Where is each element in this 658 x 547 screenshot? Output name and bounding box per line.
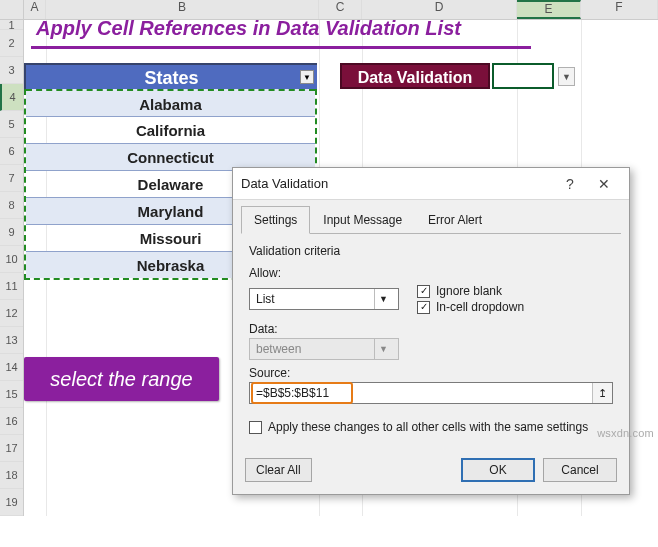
watermark: wsxdn.com	[597, 427, 654, 439]
tab-error-alert[interactable]: Error Alert	[415, 206, 495, 234]
row-header-5[interactable]: 5	[0, 111, 23, 138]
chevron-down-icon: ▼	[374, 289, 392, 309]
help-button[interactable]: ?	[553, 176, 587, 192]
list-item[interactable]: California	[26, 116, 315, 143]
allow-select[interactable]: List ▼	[249, 288, 399, 310]
apply-other-checkbox[interactable]: Apply these changes to all other cells w…	[249, 420, 613, 434]
list-item[interactable]: Alabama	[26, 89, 315, 116]
title-underline	[31, 46, 531, 49]
row-header-6[interactable]: 6	[0, 138, 23, 165]
data-select: between ▼	[249, 338, 399, 360]
select-all-corner[interactable]	[0, 0, 24, 19]
row-header-18[interactable]: 18	[0, 462, 23, 489]
row-header-15[interactable]: 15	[0, 381, 23, 408]
row-header-10[interactable]: 10	[0, 246, 23, 273]
tab-settings[interactable]: Settings	[241, 206, 310, 234]
source-label: Source:	[249, 366, 613, 380]
ok-button[interactable]: OK	[461, 458, 535, 482]
page-title: Apply Cell References in Data Validation…	[36, 17, 461, 40]
row-header-14[interactable]: 14	[0, 354, 23, 381]
row-header-4[interactable]: 4	[0, 84, 23, 111]
row-header-16[interactable]: 16	[0, 408, 23, 435]
checkbox-icon: ✓	[417, 301, 430, 314]
row-header-3[interactable]: 3	[0, 57, 23, 84]
dialog-footer: Clear All OK Cancel	[233, 452, 629, 494]
ignore-blank-checkbox[interactable]: ✓ Ignore blank	[417, 284, 524, 298]
allow-value: List	[256, 292, 275, 306]
data-label: Data:	[249, 322, 613, 336]
table-filter-icon[interactable]: ▼	[300, 70, 314, 84]
row-header-11[interactable]: 11	[0, 273, 23, 300]
close-button[interactable]: ✕	[587, 176, 621, 192]
chevron-down-icon: ▼	[374, 339, 392, 359]
row-header-9[interactable]: 9	[0, 219, 23, 246]
row-header-12[interactable]: 12	[0, 300, 23, 327]
row-headers: 1 2 3 4 5 6 7 8 9 10 11 12 13 14 15 16 1…	[0, 20, 24, 516]
dialog-title: Data Validation	[241, 176, 553, 191]
checkbox-icon: ✓	[417, 285, 430, 298]
data-validation-dialog: Data Validation ? ✕ Settings Input Messa…	[232, 167, 630, 495]
in-cell-dropdown-label: In-cell dropdown	[436, 300, 524, 314]
checkbox-icon	[249, 421, 262, 434]
states-header[interactable]: States	[24, 63, 317, 89]
in-cell-dropdown-checkbox[interactable]: ✓ In-cell dropdown	[417, 300, 524, 314]
allow-label: Allow:	[249, 266, 613, 280]
tab-input-message[interactable]: Input Message	[310, 206, 415, 234]
cancel-button[interactable]: Cancel	[543, 458, 617, 482]
range-picker-icon[interactable]: ↥	[592, 383, 612, 403]
row-header-8[interactable]: 8	[0, 192, 23, 219]
col-header-F[interactable]: F	[581, 0, 658, 19]
row-header-7[interactable]: 7	[0, 165, 23, 192]
clear-all-button[interactable]: Clear All	[245, 458, 312, 482]
list-item[interactable]: Connecticut	[26, 143, 315, 170]
data-validation-label: Data Validation	[340, 63, 490, 89]
dropdown-icon[interactable]: ▼	[558, 67, 575, 86]
dialog-titlebar[interactable]: Data Validation ? ✕	[233, 168, 629, 200]
range-hint: select the range	[24, 357, 219, 401]
source-input[interactable]: =$B$5:$B$11	[249, 382, 613, 404]
row-header-17[interactable]: 17	[0, 435, 23, 462]
criteria-heading: Validation criteria	[249, 244, 613, 258]
row-header-19[interactable]: 19	[0, 489, 23, 516]
dialog-tabs: Settings Input Message Error Alert	[233, 200, 629, 234]
source-value: =$B$5:$B$11	[256, 386, 329, 400]
data-validation-cell[interactable]	[492, 63, 554, 89]
col-header-E[interactable]: E	[517, 0, 581, 19]
data-value: between	[256, 342, 301, 356]
row-header-13[interactable]: 13	[0, 327, 23, 354]
ignore-blank-label: Ignore blank	[436, 284, 502, 298]
apply-other-label: Apply these changes to all other cells w…	[268, 420, 588, 434]
row-header-1[interactable]: 1	[0, 20, 23, 30]
row-header-2[interactable]: 2	[0, 30, 23, 57]
